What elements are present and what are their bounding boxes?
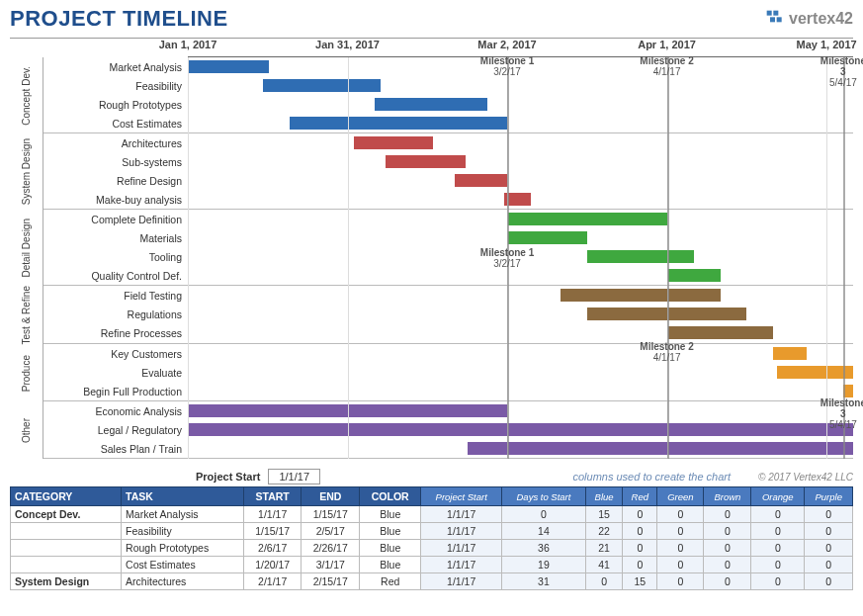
task-label: Legal / Regulatory	[43, 424, 188, 436]
gantt-bar[interactable]	[504, 193, 531, 206]
task-row: Materials	[43, 228, 853, 247]
table-cell[interactable]: 2/5/17	[302, 523, 360, 540]
table-cell[interactable]: 0	[751, 523, 805, 540]
task-row: Feasibility	[43, 76, 853, 95]
gantt-bar[interactable]	[587, 250, 694, 263]
table-cell[interactable]: Blue	[360, 506, 421, 523]
table-cell[interactable]: 0	[623, 506, 657, 523]
table-cell[interactable]: 0	[704, 523, 751, 540]
table-cell[interactable]: 1/1/17	[421, 506, 502, 523]
gantt-bar[interactable]	[561, 289, 720, 302]
gantt-bar[interactable]	[263, 79, 380, 92]
table-cell[interactable]	[11, 557, 122, 573]
table-cell[interactable]: 0	[585, 573, 622, 590]
table-cell[interactable]: 19	[501, 557, 585, 573]
table-cell[interactable]: Rough Prototypes	[122, 540, 244, 557]
table-cell[interactable]: 0	[657, 523, 704, 540]
gantt-chart: Jan 1, 2017Jan 31, 2017Mar 2, 2017Apr 1,…	[10, 38, 853, 459]
table-cell[interactable]: 1/1/17	[421, 523, 502, 540]
table-cell[interactable]: Red	[360, 573, 421, 590]
table-cell[interactable]: Concept Dev.	[11, 506, 122, 523]
table-cell[interactable]: 0	[751, 573, 805, 590]
table-cell[interactable]: 15	[585, 506, 622, 523]
gantt-bar[interactable]	[667, 269, 721, 282]
gantt-bar[interactable]	[189, 423, 853, 436]
table-cell[interactable]: 0	[623, 523, 657, 540]
gantt-bar[interactable]	[455, 174, 508, 187]
table-cell[interactable]: 0	[751, 506, 805, 523]
gantt-bar[interactable]	[290, 117, 507, 130]
table-cell[interactable]: 0	[751, 540, 805, 557]
table-cell[interactable]: Cost Estimates	[122, 557, 244, 573]
table-cell[interactable]	[11, 523, 122, 540]
table-cell[interactable]: 31	[501, 573, 585, 590]
project-start-value[interactable]: 1/1/17	[268, 469, 320, 484]
gantt-bar[interactable]	[468, 442, 853, 455]
task-track	[188, 57, 853, 76]
gantt-bar[interactable]	[386, 155, 466, 168]
task-label: Sub-systems	[43, 156, 188, 168]
col-header: START	[243, 487, 302, 506]
table-cell[interactable]: 14	[501, 523, 585, 540]
table-cell[interactable]: 0	[657, 540, 704, 557]
table-cell[interactable]: 2/6/17	[243, 540, 302, 557]
gantt-bar[interactable]	[843, 385, 853, 397]
table-cell[interactable]: Feasibility	[122, 523, 244, 540]
table-cell[interactable]: 0	[623, 540, 657, 557]
table-cell[interactable]: 0	[657, 506, 704, 523]
table-cell[interactable]	[11, 540, 122, 557]
task-label: Quality Control Def.	[43, 270, 188, 282]
table-cell[interactable]: 0	[657, 557, 704, 573]
table-cell[interactable]: 41	[585, 557, 622, 573]
table-cell[interactable]: 0	[805, 573, 853, 590]
table-cell[interactable]: Market Analysis	[122, 506, 244, 523]
table-cell[interactable]: 0	[805, 506, 853, 523]
table-cell[interactable]: 2/1/17	[243, 573, 302, 590]
gantt-bar[interactable]	[189, 60, 269, 73]
table-cell[interactable]: 0	[623, 557, 657, 573]
task-row: Complete Definition	[43, 210, 853, 228]
gantt-bar[interactable]	[667, 326, 774, 339]
table-cell[interactable]: 0	[704, 557, 751, 573]
table-row: Feasibility1/15/172/5/17Blue1/1/17142200…	[11, 523, 853, 540]
table-cell[interactable]: 0	[751, 557, 805, 573]
table-cell[interactable]: Blue	[360, 540, 421, 557]
gantt-bar[interactable]	[354, 136, 434, 149]
table-cell[interactable]: 15	[623, 573, 657, 590]
table-cell[interactable]: 2/26/17	[302, 540, 360, 557]
table-cell[interactable]: 0	[501, 506, 585, 523]
table-cell[interactable]: 36	[501, 540, 585, 557]
table-cell[interactable]: 1/1/17	[421, 540, 502, 557]
table-cell[interactable]: 1/15/17	[243, 523, 302, 540]
table-cell[interactable]: Blue	[360, 523, 421, 540]
table-cell[interactable]: 22	[585, 523, 622, 540]
table-cell[interactable]: Architectures	[122, 573, 244, 590]
table-cell[interactable]: Blue	[360, 557, 421, 573]
task-track	[188, 228, 853, 247]
task-row: Cost Estimates	[43, 114, 853, 132]
table-cell[interactable]: 1/1/17	[421, 573, 502, 590]
table-cell[interactable]: System Design	[11, 573, 122, 590]
table-cell[interactable]: 1/1/17	[243, 506, 302, 523]
table-cell[interactable]: 2/15/17	[302, 573, 360, 590]
gantt-bar[interactable]	[508, 231, 588, 244]
table-cell[interactable]: 0	[704, 573, 751, 590]
gantt-bar[interactable]	[587, 308, 746, 320]
table-cell[interactable]: 1/1/17	[421, 557, 502, 573]
gantt-bar[interactable]	[189, 404, 508, 417]
table-cell[interactable]: 0	[805, 557, 853, 573]
gantt-bar[interactable]	[777, 366, 853, 379]
gantt-bar[interactable]	[508, 213, 667, 225]
table-cell[interactable]: 0	[657, 573, 704, 590]
table-cell[interactable]: 1/20/17	[243, 557, 302, 573]
table-cell[interactable]: 0	[805, 523, 853, 540]
table-cell[interactable]: 1/15/17	[302, 506, 360, 523]
table-cell[interactable]: 0	[704, 540, 751, 557]
table-cell[interactable]: 21	[585, 540, 622, 557]
gantt-bar[interactable]	[773, 347, 807, 360]
table-cell[interactable]: 0	[704, 506, 751, 523]
table-cell[interactable]: 0	[805, 540, 853, 557]
col-header-calc: Blue	[585, 487, 622, 506]
gantt-bar[interactable]	[375, 98, 487, 111]
table-cell[interactable]: 3/1/17	[302, 557, 360, 573]
